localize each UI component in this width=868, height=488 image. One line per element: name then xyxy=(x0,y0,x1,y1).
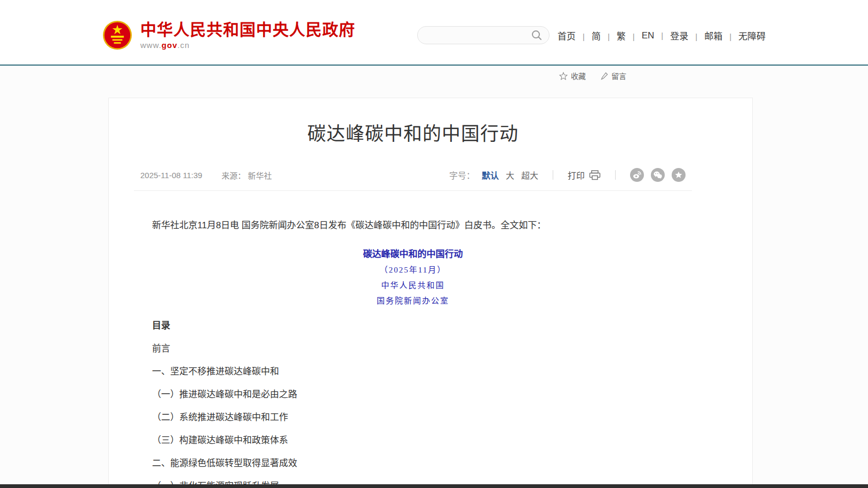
article-meta-left: 2025-11-08 11:39 来源： 新华社 xyxy=(140,170,272,181)
nav-english[interactable]: EN xyxy=(642,30,671,41)
article-meta-right: 字号： 默认 大 超大 打印 xyxy=(449,168,686,182)
site-logo[interactable]: 中华人民共和国中央人民政府 www.gov.cn xyxy=(102,20,355,50)
star-share-icon[interactable] xyxy=(672,168,686,182)
favorite-button[interactable]: 收藏 xyxy=(559,70,586,81)
lead-paragraph: 新华社北京11月8日电 国务院新闻办公室8日发布《碳达峰碳中和的中国行动》白皮书… xyxy=(134,220,692,231)
article-title: 碳达峰碳中和的中国行动 xyxy=(134,118,692,146)
toc-item: 前言 xyxy=(134,344,692,353)
fontsize-label: 字号： xyxy=(449,169,475,181)
nav-mail[interactable]: 邮箱 xyxy=(704,29,738,42)
nav-accessibility[interactable]: 无障碍 xyxy=(738,29,766,42)
site-title: 中华人民共和国中央人民政府 xyxy=(140,21,355,38)
viewport-bottom-edge xyxy=(0,484,868,488)
doc-org-line-1: 中华人民共和国 xyxy=(134,282,692,290)
divider xyxy=(615,170,616,180)
source-label: 来源： xyxy=(221,171,245,180)
search-icon[interactable] xyxy=(531,29,543,41)
doc-title: 碳达峰碳中和的中国行动 xyxy=(134,250,692,259)
toc-item: （二）系统推进碳达峰碳中和工作 xyxy=(134,413,692,422)
message-label: 留言 xyxy=(611,70,626,81)
source-value: 新华社 xyxy=(248,171,272,180)
article-body: 新华社北京11月8日电 国务院新闻办公室8日发布《碳达峰碳中和的中国行动》白皮书… xyxy=(134,220,692,488)
message-button[interactable]: 留言 xyxy=(601,70,626,81)
quickbar: 收藏 留言 xyxy=(559,70,626,81)
nav-home[interactable]: 首页 xyxy=(558,29,592,42)
nav-simplified[interactable]: 简 xyxy=(592,29,617,42)
pencil-icon xyxy=(601,72,608,80)
national-emblem-icon xyxy=(102,20,132,50)
doc-org-line-2: 国务院新闻办公室 xyxy=(134,297,692,305)
weibo-share-icon[interactable] xyxy=(630,168,644,182)
site-url-highlight: gov xyxy=(162,41,178,50)
article-meta-row: 2025-11-08 11:39 来源： 新华社 字号： 默认 大 超大 打印 xyxy=(134,168,692,191)
fontsize-large-button[interactable]: 大 xyxy=(506,169,514,181)
site-url-prefix: www. xyxy=(140,41,162,50)
printer-icon xyxy=(589,170,601,180)
wechat-share-icon[interactable] xyxy=(651,168,665,182)
toc-item: （一）推进碳达峰碳中和是必由之路 xyxy=(134,390,692,399)
toc-heading: 目录 xyxy=(134,321,692,330)
favorite-label: 收藏 xyxy=(571,70,586,81)
divider xyxy=(553,170,553,180)
top-nav: 首页 简 繁 EN 登录 邮箱 无障碍 xyxy=(558,29,766,42)
toc-item: 二、能源绿色低碳转型取得显著成效 xyxy=(134,459,692,468)
nav-traditional[interactable]: 繁 xyxy=(617,29,642,42)
search-input[interactable] xyxy=(426,31,531,39)
print-button[interactable]: 打印 xyxy=(568,169,601,181)
article-source: 来源： 新华社 xyxy=(221,170,272,181)
fontsize-xlarge-button[interactable]: 超大 xyxy=(521,169,538,181)
site-header: 中华人民共和国中央人民政府 www.gov.cn 首页 简 繁 EN 登录 邮箱… xyxy=(0,0,868,65)
doc-date-line: （2025年11月） xyxy=(134,266,692,274)
article-date: 2025-11-08 11:39 xyxy=(140,171,202,180)
search-box[interactable] xyxy=(417,26,550,44)
site-url-suffix: .cn xyxy=(178,41,190,50)
star-icon xyxy=(559,72,568,80)
print-label: 打印 xyxy=(568,169,585,181)
toc-item: 一、坚定不移推进碳达峰碳中和 xyxy=(134,367,692,376)
toc-item: （三）构建碳达峰碳中和政策体系 xyxy=(134,436,692,445)
fontsize-default-button[interactable]: 默认 xyxy=(482,169,499,181)
nav-login[interactable]: 登录 xyxy=(670,29,704,42)
article-card: 碳达峰碳中和的中国行动 2025-11-08 11:39 来源： 新华社 字号：… xyxy=(108,98,753,488)
site-url: www.gov.cn xyxy=(140,41,355,50)
